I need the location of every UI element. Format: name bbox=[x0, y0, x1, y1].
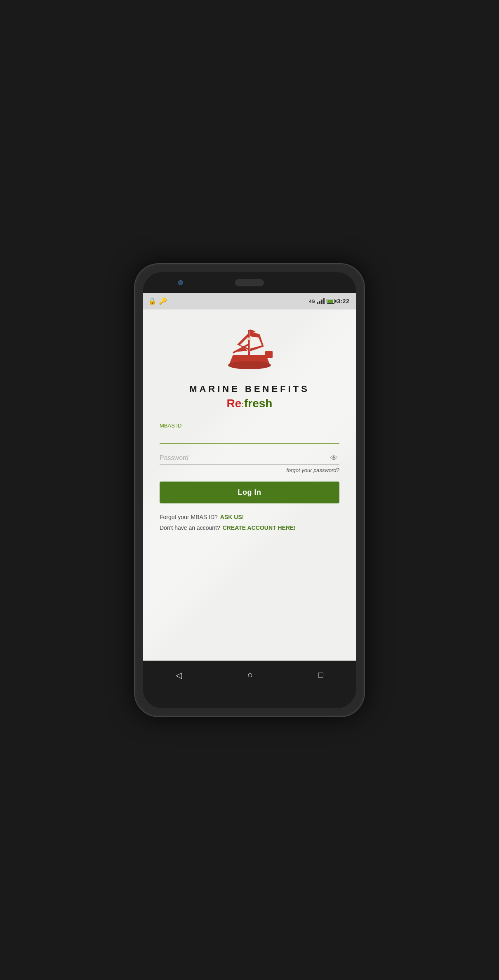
phone-bottom-hardware bbox=[143, 690, 356, 708]
logo-container bbox=[221, 322, 278, 380]
battery-fill bbox=[327, 300, 333, 303]
refresh-fresh: fresh bbox=[244, 397, 272, 410]
brand-name: MARINE BENEFITS bbox=[189, 384, 310, 394]
ask-us-link[interactable]: ASK US! bbox=[220, 514, 244, 520]
mbas-id-input[interactable] bbox=[160, 430, 339, 444]
password-input[interactable] bbox=[160, 452, 339, 465]
bar1 bbox=[317, 302, 318, 304]
front-camera bbox=[178, 280, 183, 285]
forgot-mbas-label: Forgot your MBAS ID? bbox=[160, 514, 218, 520]
refresh-re: Re bbox=[227, 397, 242, 410]
phone-frame: 🔒 🔑 4G 3:22 bbox=[134, 263, 365, 717]
main-mast bbox=[248, 330, 250, 356]
bar2 bbox=[319, 301, 320, 304]
lock-icon-2: 🔑 bbox=[159, 297, 167, 305]
bar3 bbox=[321, 300, 322, 304]
status-bar: 🔒 🔑 4G 3:22 bbox=[143, 293, 356, 309]
recents-button[interactable]: □ bbox=[318, 670, 323, 680]
clock: 3:22 bbox=[337, 298, 349, 305]
phone-screen: 🔒 🔑 4G 3:22 bbox=[143, 272, 356, 708]
status-right-area: 4G 3:22 bbox=[309, 298, 349, 305]
signal-strength-icon bbox=[317, 298, 325, 304]
forgot-mbas-row: Forgot your MBAS ID? ASK US! bbox=[160, 514, 339, 520]
android-nav-bar: ◁ ○ □ bbox=[143, 661, 356, 690]
content-wrapper: MARINE BENEFITS Re:fresh MBAS ID bbox=[160, 309, 339, 535]
login-button[interactable]: Log In bbox=[160, 482, 339, 503]
forgot-password-link[interactable]: forgot your password? bbox=[160, 467, 339, 473]
password-field-group: 👁 bbox=[160, 452, 339, 465]
network-type: 4G bbox=[309, 299, 315, 304]
mbas-id-label: MBAS ID bbox=[160, 423, 339, 429]
password-toggle-icon[interactable]: 👁 bbox=[330, 454, 338, 463]
home-button[interactable]: ○ bbox=[247, 670, 253, 680]
refresh-dot: : bbox=[241, 400, 244, 409]
back-button[interactable]: ◁ bbox=[176, 670, 182, 680]
battery-icon bbox=[327, 299, 335, 304]
stern-block bbox=[265, 351, 273, 358]
mbas-id-input-wrapper bbox=[160, 430, 339, 444]
status-left-icons: 🔒 🔑 bbox=[148, 297, 167, 305]
no-account-label: Don't have an account? bbox=[160, 524, 220, 531]
refresh-logo: Re:fresh bbox=[227, 397, 273, 410]
lock-icon-1: 🔒 bbox=[148, 297, 156, 305]
create-account-link[interactable]: CREATE ACCOUNT HERE! bbox=[223, 524, 296, 531]
login-form: MBAS ID 👁 forgot your password? Log In bbox=[160, 423, 339, 535]
bar4 bbox=[323, 298, 325, 304]
mbas-id-field-group: MBAS ID bbox=[160, 423, 339, 444]
create-account-row: Don't have an account? CREATE ACCOUNT HE… bbox=[160, 524, 339, 531]
earpiece-speaker bbox=[235, 279, 264, 286]
phone-top-hardware bbox=[143, 272, 356, 293]
crows-nest bbox=[247, 338, 251, 340]
app-screen: MARINE BENEFITS Re:fresh MBAS ID bbox=[143, 309, 356, 661]
ship-logo-svg bbox=[221, 322, 278, 380]
hull-bottom bbox=[228, 361, 271, 369]
